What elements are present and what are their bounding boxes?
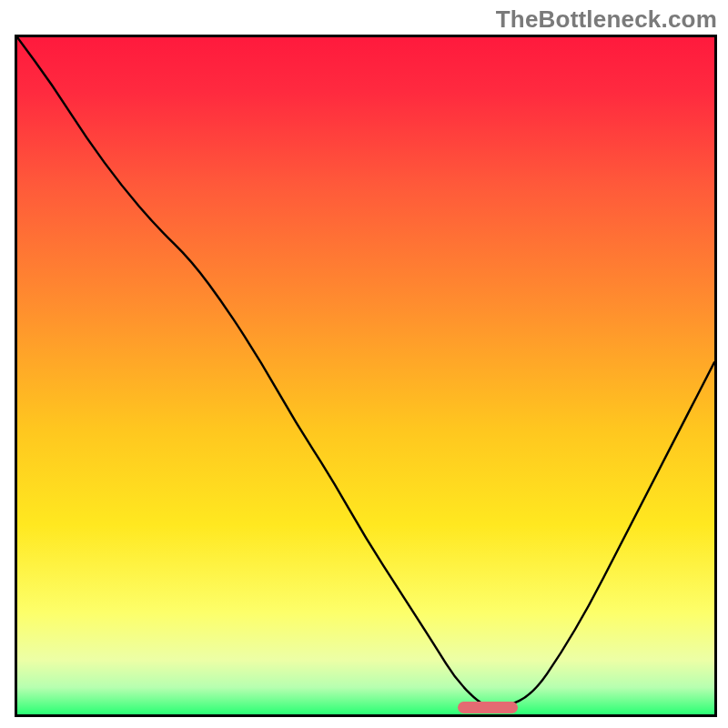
plot-area [17, 37, 714, 714]
watermark-text: TheBottleneck.com [496, 5, 717, 34]
optimal-marker [458, 702, 517, 713]
svg-rect-0 [17, 37, 714, 714]
plot-frame [15, 35, 717, 717]
chart-stage: TheBottleneck.com [0, 0, 728, 728]
gradient-background [17, 37, 714, 714]
